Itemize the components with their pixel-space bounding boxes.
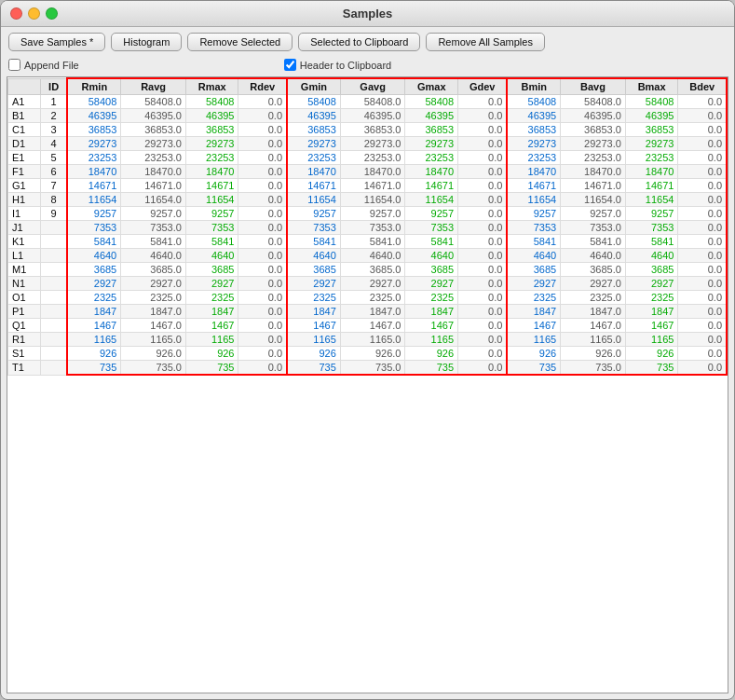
cell-gmax: 926 — [405, 347, 458, 361]
cell-gavg: 58408.0 — [340, 95, 405, 109]
cell-bmin: 9257 — [507, 207, 560, 221]
data-table-container[interactable]: ID Rmin Ravg Rmax Rdev Gmin Gavg Gmax Gd… — [7, 76, 728, 693]
remove-all-samples-button[interactable]: Remove All Samples — [426, 33, 545, 51]
cell-ravg: 18470.0 — [121, 165, 186, 179]
table-row[interactable]: R111651165.011650.011651165.011650.01165… — [8, 333, 728, 347]
cell-gdev: 0.0 — [458, 221, 508, 235]
cell-id: 3 — [40, 123, 67, 137]
table-row[interactable]: M136853685.036850.036853685.036850.03685… — [8, 263, 728, 277]
table-row[interactable]: J173537353.073530.073537353.073530.07353… — [8, 221, 728, 235]
cell-bmax: 23253 — [625, 151, 678, 165]
cell-bmax: 735 — [625, 361, 678, 376]
cell-gdev: 0.0 — [458, 179, 508, 193]
cell-rmin: 1847 — [67, 305, 120, 319]
cell-bmin: 926 — [507, 347, 560, 361]
cell-gavg: 4640.0 — [340, 249, 405, 263]
table-row[interactable]: K158415841.058410.058415841.058410.05841… — [8, 235, 728, 249]
cell-bdev: 0.0 — [678, 193, 727, 207]
table-row[interactable]: T1735735.07350.0735735.07350.0735735.073… — [8, 361, 728, 376]
histogram-button[interactable]: Histogram — [111, 33, 182, 51]
header-to-clipboard-checkbox[interactable] — [284, 59, 296, 71]
cell-bdev: 0.0 — [678, 305, 727, 319]
header-to-clipboard-option[interactable]: Header to Clipboard — [284, 59, 391, 71]
cell-label: M1 — [8, 263, 41, 277]
append-file-option[interactable]: Append File — [8, 59, 79, 71]
cell-bavg: 1467.0 — [561, 319, 626, 333]
table-row[interactable]: B124639546395.0463950.04639546395.046395… — [8, 109, 728, 123]
cell-rdev: 0.0 — [238, 165, 287, 179]
maximize-button[interactable] — [46, 7, 58, 20]
append-file-checkbox[interactable] — [8, 59, 20, 71]
table-row[interactable]: O123252325.023250.023252325.023250.02325… — [8, 291, 728, 305]
cell-ravg: 1847.0 — [121, 305, 186, 319]
table-row[interactable]: Q114671467.014670.014671467.014670.01467… — [8, 319, 728, 333]
cell-id — [40, 263, 67, 277]
cell-rdev: 0.0 — [238, 263, 287, 277]
selected-to-clipboard-button[interactable]: Selected to Clipboard — [298, 33, 420, 51]
toolbar: Save Samples * Histogram Remove Selected… — [1, 27, 734, 57]
cell-label: D1 — [8, 137, 41, 151]
cell-rmax: 5841 — [185, 235, 238, 249]
cell-rmax: 1847 — [185, 305, 238, 319]
cell-id: 5 — [40, 151, 67, 165]
cell-label: N1 — [8, 277, 41, 291]
table-row[interactable]: D142927329273.0292730.02927329273.029273… — [8, 137, 728, 151]
cell-bmax: 5841 — [625, 235, 678, 249]
cell-gmax: 1165 — [405, 333, 458, 347]
cell-bavg: 1165.0 — [561, 333, 626, 347]
cell-gmin: 4640 — [287, 249, 340, 263]
cell-ravg: 735.0 — [121, 361, 186, 376]
cell-rdev: 0.0 — [238, 305, 287, 319]
cell-ravg: 926.0 — [121, 347, 186, 361]
cell-id: 9 — [40, 207, 67, 221]
cell-bdev: 0.0 — [678, 319, 727, 333]
cell-label: L1 — [8, 249, 41, 263]
minimize-button[interactable] — [28, 7, 40, 20]
cell-gmax: 46395 — [405, 109, 458, 123]
cell-id — [40, 319, 67, 333]
cell-gdev: 0.0 — [458, 151, 508, 165]
cell-bmax: 11654 — [625, 193, 678, 207]
cell-label: C1 — [8, 123, 41, 137]
remove-selected-button[interactable]: Remove Selected — [187, 33, 293, 51]
close-button[interactable] — [10, 7, 22, 20]
titlebar: Samples — [1, 1, 734, 27]
cell-bavg: 11654.0 — [561, 193, 626, 207]
col-bavg: Bavg — [561, 78, 626, 95]
cell-id: 7 — [40, 179, 67, 193]
cell-gavg: 9257.0 — [340, 207, 405, 221]
window-title: Samples — [343, 7, 392, 21]
window-controls — [10, 7, 58, 20]
table-row[interactable]: F161847018470.0184700.01847018470.018470… — [8, 165, 728, 179]
col-rmin: Rmin — [67, 78, 120, 95]
table-row[interactable]: I1992579257.092570.092579257.092570.0925… — [8, 207, 728, 221]
cell-rmin: 2927 — [67, 277, 120, 291]
cell-bdev: 0.0 — [678, 165, 727, 179]
cell-label: G1 — [8, 179, 41, 193]
cell-gavg: 3685.0 — [340, 263, 405, 277]
cell-rdev: 0.0 — [238, 109, 287, 123]
cell-rdev: 0.0 — [238, 235, 287, 249]
table-row[interactable]: P118471847.018470.018471847.018470.01847… — [8, 305, 728, 319]
cell-bmin: 2325 — [507, 291, 560, 305]
cell-rmin: 735 — [67, 361, 120, 376]
table-row[interactable]: S1926926.09260.0926926.09260.0926926.092… — [8, 347, 728, 361]
table-row[interactable]: H181165411654.0116540.01165411654.011654… — [8, 193, 728, 207]
table-row[interactable]: G171467114671.0146710.01467114671.014671… — [8, 179, 728, 193]
table-row[interactable]: A115840858408.0584080.05840858408.058408… — [8, 95, 728, 109]
table-row[interactable]: L146404640.046400.046404640.046400.04640… — [8, 249, 728, 263]
table-row[interactable]: E152325323253.0232530.02325323253.023253… — [8, 151, 728, 165]
cell-bdev: 0.0 — [678, 137, 727, 151]
cell-gmax: 18470 — [405, 165, 458, 179]
table-row[interactable]: C133685336853.0368530.03685336853.036853… — [8, 123, 728, 137]
table-row[interactable]: N129272927.029270.029272927.029270.02927… — [8, 277, 728, 291]
cell-bmax: 2927 — [625, 277, 678, 291]
cell-bdev: 0.0 — [678, 361, 727, 376]
cell-id — [40, 235, 67, 249]
cell-gavg: 926.0 — [340, 347, 405, 361]
cell-gmin: 1847 — [287, 305, 340, 319]
cell-bavg: 23253.0 — [561, 151, 626, 165]
cell-gmax: 1847 — [405, 305, 458, 319]
cell-gmax: 14671 — [405, 179, 458, 193]
save-samples-button[interactable]: Save Samples * — [8, 33, 105, 51]
